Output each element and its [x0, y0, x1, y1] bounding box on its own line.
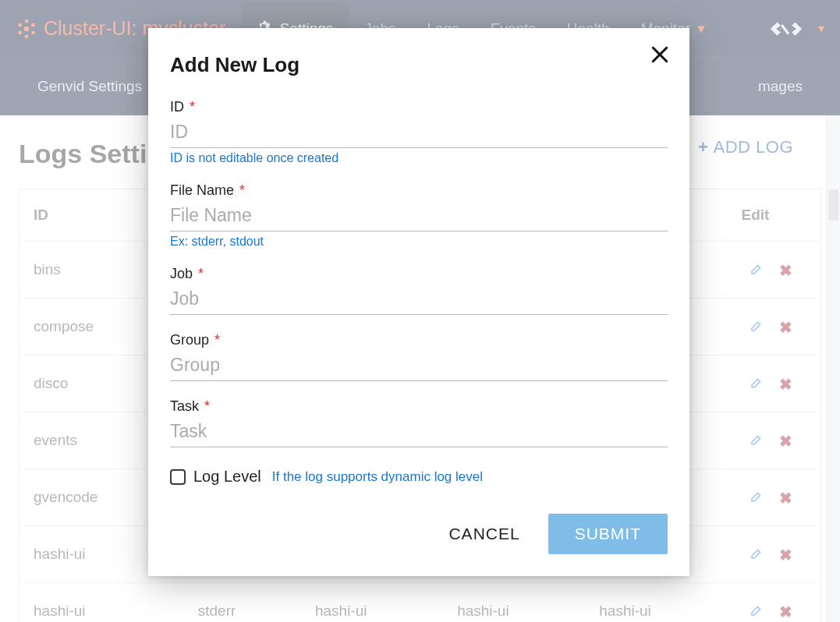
- job-input[interactable]: [170, 285, 668, 315]
- loglevel-label: Log Level: [193, 468, 261, 486]
- field-id-label: ID *: [170, 99, 668, 115]
- field-filename-label: File Name *: [170, 182, 668, 199]
- modal-actions: CANCEL SUBMIT: [170, 514, 668, 554]
- loglevel-checkbox[interactable]: [170, 469, 186, 485]
- field-job-label: Job *: [170, 266, 668, 282]
- field-job: Job *: [170, 266, 668, 315]
- field-group-label: Group *: [170, 332, 668, 348]
- field-id-hint: ID is not editable once created: [170, 151, 668, 165]
- field-filename: File Name * Ex: stderr, stdout: [170, 182, 668, 249]
- field-task-label: Task *: [170, 398, 668, 415]
- submit-button[interactable]: SUBMIT: [548, 514, 668, 554]
- field-filename-hint: Ex: stderr, stdout: [170, 235, 668, 249]
- close-icon[interactable]: [644, 39, 675, 70]
- cancel-button[interactable]: CANCEL: [441, 515, 527, 553]
- field-id: ID * ID is not editable once created: [170, 99, 668, 165]
- field-task: Task *: [170, 398, 668, 447]
- loglevel-hint: If the log supports dynamic log level: [272, 469, 483, 485]
- modal-title: Add New Log: [170, 53, 668, 77]
- task-input[interactable]: [170, 418, 668, 447]
- filename-input[interactable]: [170, 202, 668, 231]
- id-input[interactable]: [170, 118, 668, 148]
- add-log-modal: Add New Log ID * ID is not editable once…: [148, 28, 689, 576]
- field-group: Group *: [170, 332, 668, 381]
- field-loglevel: Log Level If the log supports dynamic lo…: [170, 468, 668, 486]
- group-input[interactable]: [170, 352, 668, 381]
